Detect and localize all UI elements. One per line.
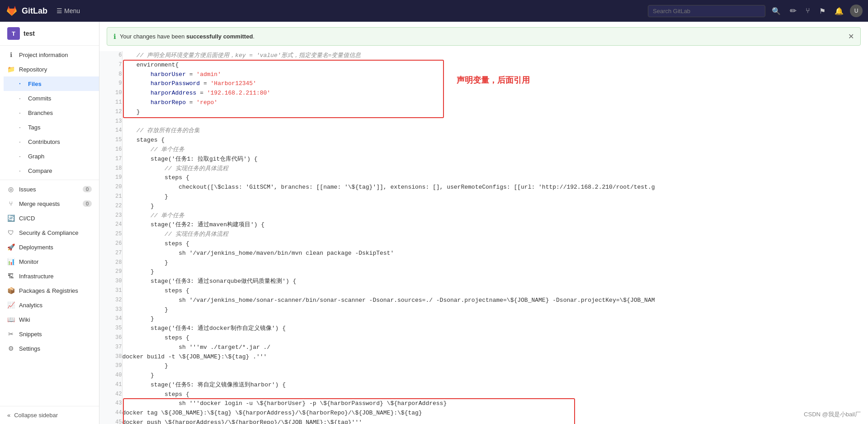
line-number: 16: [99, 145, 122, 155]
table-row: 30 stage('任务3: 通过sonarqube做代码质量检测') {: [99, 277, 868, 286]
sidebar-item-label: Infrastructure: [19, 273, 54, 280]
code-content: stages {: [122, 136, 868, 145]
sidebar-item-repository[interactable]: 📁 Repository: [0, 62, 99, 76]
sidebar-item-snippets[interactable]: ✂ Snippets: [0, 327, 99, 341]
sidebar-item-analytics[interactable]: 📈 Analytics: [0, 298, 99, 312]
table-row: 20 checkout([\$class: 'GitSCM', branches…: [99, 183, 868, 192]
code-content: // 单个任务: [122, 211, 868, 221]
line-number: 43: [99, 399, 122, 409]
sidebar-item-monitor[interactable]: 📊 Monitor: [0, 254, 99, 269]
code-table: 6 // 声明全局环境变量方便后面使用，key = 'value'形式，指定变量…: [99, 51, 868, 424]
sidebar-item-security-compliance[interactable]: 🛡 Security & Compliance: [0, 225, 99, 240]
notifications-button[interactable]: 🔔: [832, 4, 846, 18]
table-row: 13: [99, 117, 868, 127]
project-name: test: [24, 30, 35, 37]
monitor-icon: 📊: [7, 258, 14, 265]
sidebar-item-packages-registries[interactable]: 📦 Packages & Registries: [0, 283, 99, 298]
menu-button[interactable]: ☰ Menu: [53, 5, 84, 16]
sidebar: T test ℹ Project information 📁 Repositor…: [0, 22, 99, 424]
line-number: 23: [99, 211, 122, 221]
user-avatar[interactable]: U: [850, 5, 863, 17]
sidebar-item-label: Files: [28, 81, 42, 87]
brand-logo: GitLab: [5, 5, 47, 17]
code-content: }: [122, 371, 868, 381]
table-row: 24 stage('任务2: 通过maven构建项目') {: [99, 220, 868, 230]
success-banner: ℹ Your changes have been successfully co…: [107, 27, 861, 46]
code-content: }: [122, 202, 868, 211]
line-number: 31: [99, 286, 122, 296]
sidebar-item-branches[interactable]: · Branches: [4, 105, 99, 120]
sidebar-item-label: Settings: [19, 345, 40, 352]
sidebar-item-infrastructure[interactable]: 🏗 Infrastructure: [0, 269, 99, 283]
line-number: 18: [99, 164, 122, 174]
sidebar-item-label: Commits: [28, 95, 51, 102]
code-content: }: [122, 267, 868, 277]
merge-requests-nav-button[interactable]: ⑂: [803, 4, 813, 18]
table-row: 40 }: [99, 371, 868, 381]
code-content: sh '/var/jenkins_home/maven/bin/mvn clea…: [122, 249, 868, 258]
issues-nav-button[interactable]: ⚑: [816, 4, 828, 18]
sidebar-item-label: Graph: [28, 153, 44, 160]
table-row: 43 sh '''docker login -u \${harborUser} …: [99, 399, 868, 409]
line-number: 15: [99, 136, 122, 145]
sidebar-item-graph[interactable]: · Graph: [4, 149, 99, 163]
sidebar-item-commits[interactable]: · Commits: [4, 91, 99, 105]
table-row: 33 }: [99, 305, 868, 315]
collapse-sidebar-button[interactable]: « Collapse sidebar: [0, 406, 99, 424]
code-content: }: [122, 362, 868, 371]
sidebar-item-issues[interactable]: ◎ Issues 0: [0, 182, 99, 196]
close-banner-button[interactable]: ✕: [848, 32, 854, 41]
table-row: 21 }: [99, 192, 868, 202]
table-row: 28 }: [99, 258, 868, 268]
code-content: checkout([\$class: 'GitSCM', branches: […: [122, 183, 868, 192]
line-number: 6: [99, 51, 122, 61]
repository-submenu: · Files · Commits · Branches · Tags ·: [0, 76, 99, 178]
sidebar-item-compare[interactable]: · Compare: [4, 163, 99, 178]
line-number: 45: [99, 418, 122, 424]
table-row: 31 steps {: [99, 286, 868, 296]
line-number: 35: [99, 324, 122, 333]
create-new-button[interactable]: ✏: [787, 3, 799, 19]
code-content: // 存放所有任务的合集: [122, 126, 868, 136]
content-area: ℹ Your changes have been successfully co…: [99, 22, 868, 424]
issues-icon: ◎: [7, 186, 14, 193]
code-content: }: [122, 192, 868, 202]
project-header: T test: [0, 22, 99, 46]
sidebar-item-deployments[interactable]: 🚀 Deployments: [0, 240, 99, 254]
sidebar-item-tags[interactable]: · Tags: [4, 120, 99, 134]
line-number: 42: [99, 390, 122, 400]
sidebar-item-settings[interactable]: ⚙ Settings: [0, 341, 99, 356]
sidebar-item-contributors[interactable]: · Contributors: [4, 134, 99, 149]
table-row: 29 }: [99, 267, 868, 277]
table-row: 38 docker build -t \${JOB_NAME}:\${tag} …: [99, 353, 868, 362]
table-row: 14 // 存放所有任务的合集: [99, 126, 868, 136]
code-content: stage('任务5: 将自定义镜像推送到harbor') {: [122, 381, 868, 390]
sidebar-item-label: Analytics: [19, 302, 42, 309]
sidebar-item-wiki[interactable]: 📖 Wiki: [0, 312, 99, 327]
sidebar-item-files[interactable]: · Files: [4, 76, 99, 91]
search-icon-button[interactable]: 🔍: [769, 4, 783, 18]
sidebar-item-label: Tags: [28, 124, 40, 131]
line-number: 38: [99, 353, 122, 362]
graph-icon: ·: [16, 152, 24, 160]
cicd-icon: 🔄: [7, 214, 14, 222]
line-number: 7: [99, 61, 122, 70]
code-content: harborPassword = 'Harbor12345': [122, 79, 868, 89]
hamburger-icon: ☰: [57, 7, 62, 14]
search-input[interactable]: [648, 5, 765, 17]
navbar: GitLab ☰ Menu 🔍 ✏ ⑂ ⚑ 🔔 U: [0, 0, 868, 22]
line-number: 14: [99, 126, 122, 136]
issues-badge: 0: [83, 186, 92, 192]
branches-icon: ·: [16, 109, 24, 116]
code-content: // 实现任务的具体流程: [122, 230, 868, 239]
sidebar-item-label: Monitor: [19, 258, 38, 265]
code-content: // 单个任务: [122, 145, 868, 155]
sidebar-item-project-information[interactable]: ℹ Project information: [0, 48, 99, 62]
line-number: 21: [99, 192, 122, 202]
sidebar-item-label: Branches: [28, 110, 53, 116]
sidebar-item-merge-requests[interactable]: ⑂ Merge requests 0: [0, 196, 99, 211]
table-row: 23 // 单个任务: [99, 211, 868, 221]
code-content: harborRepo = 'repo': [122, 98, 868, 108]
sidebar-item-cicd[interactable]: 🔄 CI/CD: [0, 211, 99, 225]
sidebar-item-label: Wiki: [19, 316, 30, 323]
